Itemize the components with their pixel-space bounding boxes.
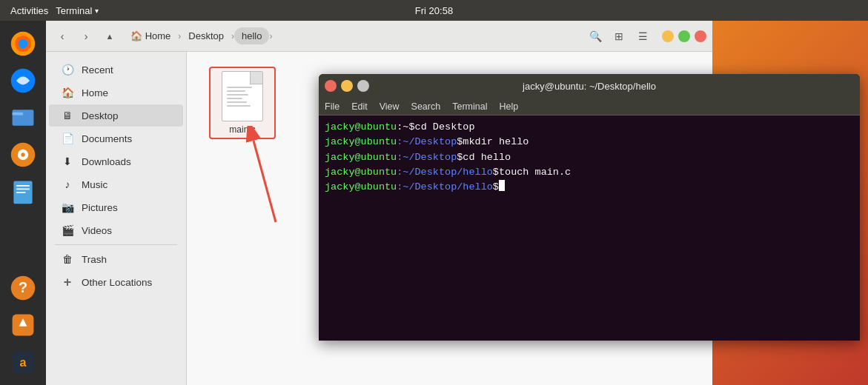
terminal-dropdown-icon[interactable]: ▾ xyxy=(95,7,99,15)
document-icon xyxy=(222,71,263,121)
terminal-prompt-5: $ xyxy=(493,180,499,195)
sidebar-item-videos[interactable]: 🎬 Videos xyxy=(49,219,183,241)
home-icon: 🏠 xyxy=(130,30,142,41)
sidebar-label-music: Music xyxy=(82,179,107,190)
desktop-icon: 🖥 xyxy=(61,109,74,122)
view-toggle-button[interactable]: ⊞ xyxy=(609,26,629,47)
sidebar-item-downloads[interactable]: ⬇ Downloads xyxy=(49,150,183,173)
terminal-path-4: :~/Desktop/hello xyxy=(397,165,493,180)
terminal-cmd-1: cd Desktop xyxy=(415,120,475,135)
downloads-icon: ⬇ xyxy=(61,155,74,168)
up-button[interactable]: ▲ xyxy=(99,26,120,47)
terminal-path-5: :~/Desktop/hello xyxy=(397,180,493,195)
other-locations-icon: + xyxy=(61,275,74,289)
minimize-button[interactable] xyxy=(662,30,674,42)
svg-rect-11 xyxy=(16,189,30,190)
menu-button[interactable]: ☰ xyxy=(632,26,653,47)
svg-rect-5 xyxy=(13,113,23,116)
terminal-menubar: File Edit View Search Terminal Help xyxy=(319,98,860,116)
sidebar-label-documents: Documents xyxy=(82,133,132,144)
documents-icon: 📄 xyxy=(61,132,74,145)
sidebar-item-other-locations[interactable]: + Other Locations xyxy=(49,271,183,293)
home-icon: 🏠 xyxy=(61,86,74,99)
amazon-icon[interactable]: a xyxy=(6,345,40,379)
terminal-line-1: jacky@ubuntu:~$ cd Desktop xyxy=(325,120,854,135)
file-main-c[interactable]: main.c xyxy=(209,67,276,139)
sidebar-item-home[interactable]: 🏠 Home xyxy=(49,81,183,104)
terminal-titlebar: jacky@ubuntu: ~/Desktop/hello xyxy=(319,74,860,98)
sidebar-item-documents[interactable]: 📄 Documents xyxy=(49,127,183,150)
close-button[interactable] xyxy=(695,30,706,42)
recent-icon: 🕐 xyxy=(61,63,74,76)
sidebar-item-recent[interactable]: 🕐 Recent xyxy=(49,58,183,81)
terminal-cursor xyxy=(499,180,505,191)
fm-toolbar-actions: 🔍 ⊞ ☰ xyxy=(585,26,653,47)
forward-button[interactable]: › xyxy=(76,26,96,47)
help-icon[interactable]: ? xyxy=(6,271,40,305)
trash-icon: 🗑 xyxy=(61,252,74,266)
sidebar-label-trash: Trash xyxy=(82,254,107,265)
svg-rect-12 xyxy=(16,192,26,193)
terminal-minimize-button[interactable] xyxy=(325,80,337,92)
breadcrumb: 🏠 Home › Desktop › hello › xyxy=(123,27,272,44)
sidebar-item-music[interactable]: ♪ Music xyxy=(49,173,183,195)
breadcrumb-hello[interactable]: hello xyxy=(234,27,269,44)
svg-rect-4 xyxy=(13,110,34,126)
terminal-user-1: jacky@ubuntu xyxy=(325,120,397,135)
software-icon[interactable] xyxy=(6,308,40,342)
files-icon[interactable] xyxy=(6,101,40,135)
writer-icon[interactable] xyxy=(6,175,40,209)
svg-point-8 xyxy=(21,153,24,156)
svg-text:?: ? xyxy=(19,279,27,295)
sidebar-item-trash[interactable]: 🗑 Trash xyxy=(49,248,183,270)
music-icon: ♪ xyxy=(61,178,74,191)
terminal-menu-file[interactable]: File xyxy=(325,101,339,112)
terminal-cmd-4: touch main.c xyxy=(499,165,571,180)
terminal-line-3: jacky@ubuntu:~/Desktop$ cd hello xyxy=(325,150,854,165)
terminal-menu-terminal[interactable]: Terminal xyxy=(452,101,487,112)
file-label: main.c xyxy=(213,124,271,135)
terminal-close-button[interactable] xyxy=(357,80,369,92)
svg-rect-10 xyxy=(16,185,30,187)
terminal-line-2: jacky@ubuntu:~/Desktop$ mkdir hello xyxy=(325,135,854,150)
terminal-prompt-4: $ xyxy=(493,165,499,180)
sidebar-divider xyxy=(55,244,177,245)
terminal-menu-help[interactable]: Help xyxy=(499,101,518,112)
videos-icon: 🎬 xyxy=(61,224,74,237)
dock: ? a xyxy=(0,21,46,385)
terminal-menu-search[interactable]: Search xyxy=(411,101,441,112)
pictures-icon: 📷 xyxy=(61,201,74,214)
breadcrumb-sep-3: › xyxy=(269,31,272,41)
top-bar-left: Activities Terminal ▾ xyxy=(0,4,99,18)
search-button[interactable]: 🔍 xyxy=(585,26,606,47)
terminal-menu-view[interactable]: View xyxy=(380,101,400,112)
sidebar-label-desktop: Desktop xyxy=(82,110,119,121)
sidebar-label-downloads: Downloads xyxy=(82,156,131,167)
activities-button[interactable]: Activities xyxy=(6,4,53,18)
fm-toolbar: ‹ › ▲ 🏠 Home › Desktop › hello › 🔍 ⊞ ☰ xyxy=(46,21,712,52)
terminal-user-5: jacky@ubuntu xyxy=(325,180,397,195)
back-button[interactable]: ‹ xyxy=(52,26,73,47)
sidebar-item-desktop[interactable]: 🖥 Desktop xyxy=(49,104,183,127)
firefox-icon[interactable] xyxy=(6,27,40,61)
breadcrumb-desktop[interactable]: Desktop xyxy=(181,27,231,44)
terminal-maximize-button[interactable] xyxy=(341,80,353,92)
terminal-prompt-1: :~$ xyxy=(397,120,414,135)
terminal-window: jacky@ubuntu: ~/Desktop/hello File Edit … xyxy=(319,74,860,341)
terminal-user-3: jacky@ubuntu xyxy=(325,150,397,165)
sidebar-item-pictures[interactable]: 📷 Pictures xyxy=(49,196,183,218)
terminal-menu-edit[interactable]: Edit xyxy=(351,101,368,112)
svg-line-19 xyxy=(254,141,276,222)
thunderbird-icon[interactable] xyxy=(6,64,40,98)
sidebar-label-home: Home xyxy=(82,87,108,98)
maximize-button[interactable] xyxy=(678,30,690,42)
terminal-window-controls xyxy=(325,80,369,92)
terminal-label: Terminal xyxy=(56,5,92,16)
terminal-body[interactable]: jacky@ubuntu:~$ cd Desktop jacky@ubuntu:… xyxy=(319,116,860,341)
sidebar-label-recent: Recent xyxy=(82,64,113,76)
arrow-indicator xyxy=(239,126,313,230)
terminal-line-5: jacky@ubuntu:~/Desktop/hello$ xyxy=(325,180,854,195)
rhythmbox-icon[interactable] xyxy=(6,138,40,172)
breadcrumb-home[interactable]: 🏠 Home xyxy=(123,27,178,44)
svg-text:a: a xyxy=(19,355,27,369)
